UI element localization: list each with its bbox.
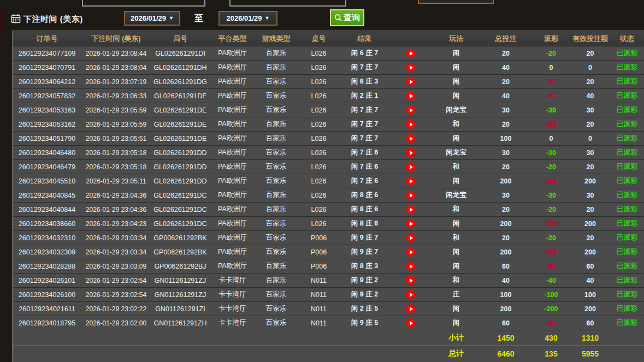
cell-bet-time: 2026-01-29 23:03:34 [81, 245, 151, 259]
cell-game-no: GP006261292BK [151, 231, 210, 245]
cell-game-type: 百家乐 [255, 75, 297, 89]
cell-table-no: P006 [297, 259, 340, 274]
cell-order-no: 260129234070791 [13, 61, 81, 75]
replay-play-icon[interactable] [406, 148, 415, 157]
table-row: 2601292340531632026-01-29 23:05:59GL0262… [13, 103, 644, 117]
cell-platform: PA欧洲厅 [210, 231, 255, 245]
cell-result: 闲 9 庄 7 [340, 231, 389, 245]
replay-play-icon[interactable] [406, 91, 415, 100]
cell-result: 闲 9 庄 7 [340, 245, 389, 259]
replay-play-icon[interactable] [406, 176, 415, 186]
cell-table-no: N011 [297, 316, 340, 330]
cell-platform: PA欧洲厅 [210, 46, 255, 61]
date-from-select[interactable]: 2026/01/29 ▼ [124, 11, 180, 26]
replay-play-icon[interactable] [406, 205, 415, 214]
replay-play-icon[interactable] [406, 276, 415, 285]
cell-replay [389, 188, 432, 203]
chevron-down-icon: ▼ [265, 16, 270, 21]
cell-total-bet: 200 [480, 302, 531, 316]
replay-play-icon[interactable] [406, 162, 415, 171]
header-replay [389, 31, 432, 46]
cell-status: 已派彩 [610, 259, 644, 274]
replay-play-icon[interactable] [406, 63, 415, 72]
cell-result: 闲 9 庄 2 [340, 288, 389, 302]
cell-game-no: GN011261291ZH [151, 316, 210, 330]
replay-play-icon[interactable] [406, 49, 415, 58]
replay-play-icon[interactable] [406, 318, 415, 328]
cell-status: 已派彩 [610, 46, 644, 61]
query-button-label: 查询 [344, 13, 360, 23]
query-button[interactable]: 查询 [330, 9, 364, 26]
cell-result: 闲 7 庄 7 [340, 103, 389, 117]
replay-play-icon[interactable] [406, 77, 415, 86]
background-artifact [0, 10, 3, 35]
replay-play-icon[interactable] [406, 219, 415, 228]
date-from-value: 2026/01/29 [131, 14, 166, 22]
cell-order-no: 260129234046479 [13, 160, 81, 174]
cell-replay [389, 302, 432, 316]
search-icon [334, 14, 342, 22]
header-valid-bet: 有效投注额 [571, 31, 610, 46]
table-row: 2601292340455102026-01-29 23:05:11GL0262… [13, 174, 644, 188]
cell-valid-bet: 40 [571, 274, 610, 288]
cell-game-type: 百家乐 [255, 188, 297, 203]
cell-table-no: N011 [297, 302, 340, 316]
cell-status: 已派彩 [610, 89, 644, 103]
cell-game-no: GL026261291DG [151, 75, 210, 89]
cell-platform: PA欧洲厅 [210, 146, 255, 160]
cell-total-bet: 30 [480, 188, 531, 203]
cell-replay [389, 146, 432, 160]
grand-total-label: 总计 [432, 346, 480, 362]
cell-order-no: 260129234045510 [13, 174, 81, 188]
cell-status: 已派彩 [610, 288, 644, 302]
cell-valid-bet: 0 [571, 132, 610, 146]
subtotal-label: 小计 [432, 330, 480, 346]
replay-play-icon[interactable] [406, 105, 415, 115]
table-row: 2601292340261002026-01-29 23:02:54GN0112… [13, 288, 644, 302]
cell-result: 闲 8 庄 6 [340, 188, 389, 203]
bet-time-label: 下注时间 (美东) [23, 14, 83, 25]
replay-play-icon[interactable] [406, 247, 415, 257]
replay-play-icon[interactable] [406, 262, 415, 271]
replay-play-icon[interactable] [406, 304, 415, 313]
cell-play-type: 闲 [432, 132, 480, 146]
date-to-select[interactable]: 2026/01/29 ▼ [218, 11, 277, 26]
cell-table-no: L026 [297, 217, 340, 231]
replay-play-icon[interactable] [406, 191, 415, 200]
cell-order-no: 260129234053163 [13, 103, 81, 117]
cell-play-type: 和 [432, 160, 480, 174]
cell-game-type: 百家乐 [255, 132, 297, 146]
cell-platform: PA欧洲厅 [210, 160, 255, 174]
cell-order-no: 260129234053162 [13, 117, 81, 132]
cell-status: 已派彩 [610, 245, 644, 259]
cutoff-panel-top [418, 0, 494, 4]
cell-play-type: 闲 [432, 245, 480, 259]
replay-play-icon[interactable] [406, 233, 415, 242]
replay-play-icon[interactable] [406, 134, 415, 143]
cell-bet-time: 2026-01-29 23:02:00 [81, 316, 151, 330]
replay-play-icon[interactable] [406, 290, 415, 299]
cell-result: 闲 6 庄 7 [340, 46, 389, 61]
cell-bet-time: 2026-01-29 23:05:18 [81, 160, 151, 174]
cell-payout: 200 [531, 174, 571, 188]
to-label: 至 [194, 13, 203, 25]
cell-platform: PA欧洲厅 [210, 203, 255, 217]
cell-replay [389, 61, 432, 75]
header-payout: 派彩 [531, 31, 571, 46]
cell-result: 闲 7 庄 7 [340, 132, 389, 146]
cell-platform: PA欧洲厅 [210, 89, 255, 103]
cell-total-bet: 40 [480, 274, 531, 288]
cell-game-type: 百家乐 [255, 61, 297, 75]
cell-payout: -40 [531, 274, 571, 288]
replay-play-icon[interactable] [406, 120, 415, 129]
table-row: 2601292340323092026-01-29 23:03:34GP0062… [13, 245, 644, 259]
cell-replay [389, 259, 432, 274]
cell-platform: PA欧洲厅 [210, 75, 255, 89]
cell-valid-bet: 20 [571, 117, 610, 132]
header-result: 结果 [340, 31, 389, 46]
cell-game-no: GL026261291DE [151, 132, 210, 146]
cell-total-bet: 60 [480, 316, 531, 330]
cell-game-type: 百家乐 [255, 117, 297, 132]
header-bet-time: 下注时间 (美东) [81, 31, 151, 46]
date-to-value: 2026/01/29 [227, 14, 262, 22]
